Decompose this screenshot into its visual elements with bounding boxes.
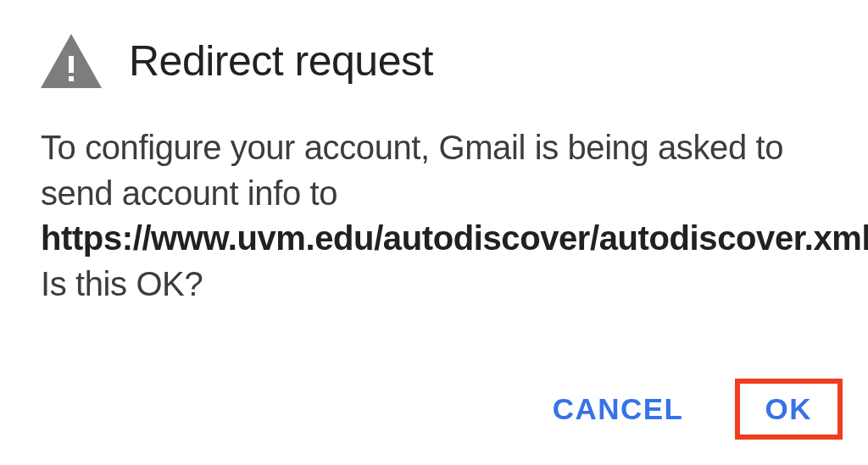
dialog-actions: CANCEL OK xyxy=(542,379,843,440)
dialog-body-url: https://www.uvm.edu/autodiscover/autodis… xyxy=(41,219,868,257)
svg-rect-2 xyxy=(69,76,74,81)
svg-rect-1 xyxy=(69,56,74,73)
dialog-title: Redirect request xyxy=(129,36,433,86)
cancel-button[interactable]: CANCEL xyxy=(542,384,694,435)
dialog-body-pre: To configure your account, Gmail is bein… xyxy=(41,129,783,212)
dialog-body: To configure your account, Gmail is bein… xyxy=(41,125,827,307)
dialog-header: Redirect request xyxy=(41,34,827,88)
ok-button-highlight: OK xyxy=(735,379,843,440)
warning-icon xyxy=(41,34,102,88)
ok-button[interactable]: OK xyxy=(765,392,813,426)
redirect-request-dialog: Redirect request To configure your accou… xyxy=(0,0,868,465)
